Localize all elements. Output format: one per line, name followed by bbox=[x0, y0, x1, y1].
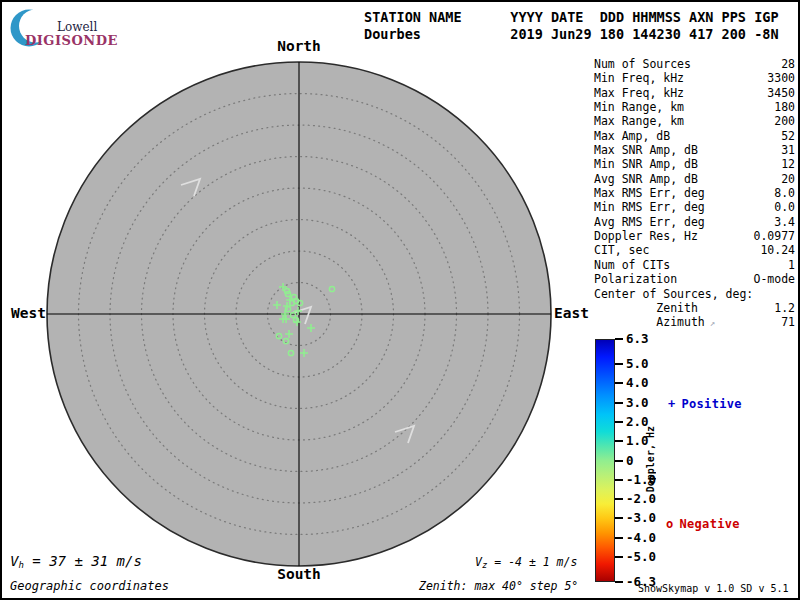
statistic-value: 180 bbox=[774, 100, 795, 114]
statistic-value: 28 bbox=[781, 57, 795, 71]
doppler-colorbar bbox=[595, 339, 615, 582]
doppler-axis-title: Doppler, Hz bbox=[645, 426, 656, 492]
colorbar-tick-mark bbox=[615, 581, 623, 583]
statistic-label: Polarization bbox=[594, 272, 677, 286]
statistics-row: Polarization O-mode bbox=[594, 272, 795, 286]
statistic-value: 1.2 bbox=[774, 301, 795, 315]
colorbar-tick-label: 6.3 bbox=[626, 331, 649, 346]
statistic-label: Num of CITs bbox=[594, 258, 670, 272]
azimuth-direction-icon: ↗ bbox=[710, 316, 715, 330]
statistic-value: 10.24 bbox=[760, 243, 795, 257]
colorbar-tick-label: 5.0 bbox=[626, 356, 649, 371]
compass-label-west: West bbox=[10, 305, 46, 321]
statistic-label: Max Range, km bbox=[594, 114, 684, 128]
legend-negative: oNegative bbox=[666, 517, 740, 531]
statistic-label: Max SNR Amp, dB bbox=[594, 143, 698, 157]
statistics-row: Max Amp, dB 52 bbox=[594, 129, 795, 143]
colorbar-tick-mark bbox=[615, 338, 623, 340]
statistics-row: Min Freq, kHz 3300 bbox=[594, 71, 795, 85]
statistic-value: 1 bbox=[788, 258, 795, 272]
statistic-value: 20 bbox=[781, 172, 795, 186]
zenith-range-note: Zenith: max 40° step 5° bbox=[419, 579, 578, 593]
colorbar-tick-label: -3.0 bbox=[626, 510, 656, 525]
negative-marker-icon: o bbox=[666, 517, 674, 531]
colorbar-tick-mark bbox=[615, 421, 623, 423]
coordinate-system-note: Geographic coordinates bbox=[10, 579, 169, 593]
statistic-value: 0.0977 bbox=[753, 229, 795, 243]
statistic-label: CIT, sec bbox=[594, 243, 649, 257]
colorbar-tick-label: 0 bbox=[626, 453, 634, 468]
statistics-row: Num of Sources 28 bbox=[594, 57, 795, 71]
statistics-row: Max Range, km 200 bbox=[594, 114, 795, 128]
colorbar-tick-mark bbox=[615, 402, 623, 404]
statistics-row: Doppler Res, Hz 0.0977 bbox=[594, 229, 795, 243]
statistic-value: 12 bbox=[781, 157, 795, 171]
statistic-label: Max RMS Err, deg bbox=[594, 186, 705, 200]
statistic-label: Min SNR Amp, dB bbox=[594, 157, 698, 171]
positive-marker-icon: + bbox=[668, 397, 676, 411]
colorbar-tick-mark bbox=[615, 382, 623, 384]
statistic-label: Num of Sources bbox=[594, 57, 691, 71]
statistic-value: O-mode bbox=[753, 272, 795, 286]
statistic-label: Avg SNR Amp, dB bbox=[594, 172, 698, 186]
legend-negative-label: Negative bbox=[680, 517, 740, 531]
statistics-row: Avg RMS Err, deg 3.4 bbox=[594, 215, 795, 229]
statistics-row: Avg SNR Amp, dB 20 bbox=[594, 172, 795, 186]
statistics-row: Min RMS Err, deg 0.0 bbox=[594, 200, 795, 214]
statistic-value: 31 bbox=[781, 143, 795, 157]
statistic-label: Doppler Res, Hz bbox=[594, 229, 698, 243]
statistic-value: 200 bbox=[774, 114, 795, 128]
statistic-value: 3.4 bbox=[774, 215, 795, 229]
statistic-label: Min Range, km bbox=[594, 100, 684, 114]
statistics-row: Max RMS Err, deg 8.0 bbox=[594, 186, 795, 200]
statistics-row: Num of CITs 1 bbox=[594, 258, 795, 272]
colorbar-tick-label: 4.0 bbox=[626, 375, 649, 390]
statistic-label: Max Freq, kHz bbox=[594, 86, 684, 100]
statistic-label: Azimuth bbox=[594, 315, 705, 329]
colorbar-tick-label: -4.0 bbox=[626, 530, 656, 545]
legend-positive-label: Positive bbox=[682, 397, 742, 411]
statistics-panel: Num of Sources 28 Min Freq, kHz 3300 Max… bbox=[594, 57, 795, 331]
statistic-value: 71 bbox=[781, 315, 795, 329]
colorbar-tick-mark bbox=[615, 460, 623, 462]
statistic-label: Center of Sources, deg: bbox=[594, 287, 753, 301]
legend-positive: +Positive bbox=[668, 397, 742, 411]
colorbar-tick-label: -2.0 bbox=[626, 491, 656, 506]
compass-label-south: South bbox=[249, 566, 349, 582]
statistic-value: 8.0 bbox=[774, 186, 795, 200]
statistic-label: Zenith bbox=[594, 301, 698, 315]
showskymap-window: Lowell DIGISONDE STATION NAME YYYY DATE … bbox=[0, 0, 800, 600]
statistic-value: 3300 bbox=[767, 71, 795, 85]
statistic-label: Min Freq, kHz bbox=[594, 71, 684, 85]
colorbar-tick-mark bbox=[615, 537, 623, 539]
colorbar-tick-mark bbox=[615, 363, 623, 365]
app-version-text: ShowSkymap v 1.0 SD v 5.1 bbox=[638, 583, 789, 594]
statistics-row: Max SNR Amp, dB 31 bbox=[594, 143, 795, 157]
statistics-row: Azimuth ↗ 71 bbox=[594, 315, 795, 330]
statistic-value: 3450 bbox=[767, 86, 795, 100]
statistics-row: Center of Sources, deg: bbox=[594, 287, 795, 301]
colorbar-tick-mark bbox=[615, 440, 623, 442]
colorbar-tick-mark bbox=[615, 479, 623, 481]
statistics-row: CIT, sec 10.24 bbox=[594, 243, 795, 257]
statistic-label: Avg RMS Err, deg bbox=[594, 215, 705, 229]
horizontal-velocity-readout: Vh = 37 ± 31 m/s bbox=[10, 553, 142, 570]
statistics-row: Min Range, km 180 bbox=[594, 100, 795, 114]
statistic-label: Max Amp, dB bbox=[594, 129, 670, 143]
statistics-row: Min SNR Amp, dB 12 bbox=[594, 157, 795, 171]
colorbar-tick-label: -5.0 bbox=[626, 549, 656, 564]
compass-label-east: East bbox=[554, 305, 589, 321]
colorbar-tick-mark bbox=[615, 517, 623, 519]
statistics-row: Max Freq, kHz 3450 bbox=[594, 86, 795, 100]
statistic-value: 0.0 bbox=[774, 200, 795, 214]
statistic-value: 52 bbox=[781, 129, 795, 143]
colorbar-tick-label: 3.0 bbox=[626, 395, 649, 410]
colorbar-tick-mark bbox=[615, 498, 623, 500]
statistic-label: Min RMS Err, deg bbox=[594, 200, 705, 214]
vertical-velocity-readout: Vz = -4 ± 1 m/s bbox=[475, 555, 577, 570]
statistics-row: Zenith 1.2 bbox=[594, 301, 795, 315]
colorbar-tick-mark bbox=[615, 556, 623, 558]
compass-label-north: North bbox=[249, 38, 349, 54]
